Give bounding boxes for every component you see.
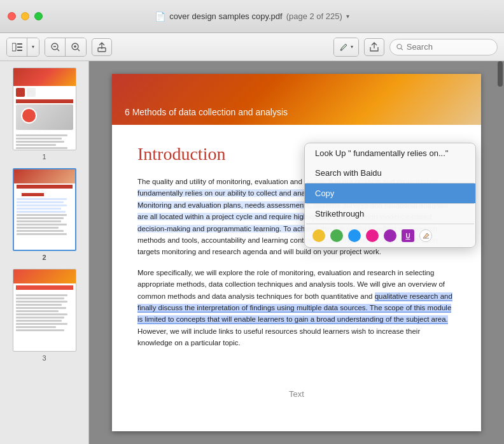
traffic-lights: [8, 12, 43, 20]
zoom-out-button[interactable]: [45, 38, 66, 56]
pen-tool-group: ▾: [333, 38, 359, 57]
thumbnail-page-2[interactable]: 2: [5, 168, 83, 261]
fullscreen-button[interactable]: [34, 12, 43, 20]
svg-line-14: [401, 48, 403, 50]
page-number-1: 1: [42, 153, 46, 161]
title-bar: 📄 cover design samples copy.pdf (page 2 …: [0, 0, 504, 33]
highlighted-text-1: qualitative research and finally discuss…: [137, 292, 452, 325]
share-button[interactable]: [364, 38, 384, 56]
menu-item-lookup[interactable]: Look Up " fundamentally relies on...": [305, 143, 475, 163]
search-input[interactable]: [407, 42, 491, 52]
file-icon: 📄: [155, 11, 165, 22]
svg-rect-2: [17, 47, 22, 48]
pdf-page-header: 6 Methods of data collection and analysi…: [112, 74, 481, 125]
search-icon: [396, 43, 403, 51]
pdf-header-text: 6 Methods of data collection and analysi…: [125, 107, 288, 117]
thumbnail-page-1[interactable]: 1: [5, 68, 83, 161]
main-area: 1: [0, 61, 504, 444]
swatch-green[interactable]: [330, 229, 343, 242]
window-title: 📄 cover design samples copy.pdf (page 2 …: [155, 11, 349, 22]
pdf-area[interactable]: 6 Methods of data collection and analysi…: [89, 61, 504, 444]
menu-item-search-baidu[interactable]: Search with Baidu: [305, 163, 475, 183]
close-button[interactable]: [8, 12, 16, 20]
menu-item-strikethrough[interactable]: Strikethrough: [305, 204, 475, 224]
color-swatches: U: [305, 224, 475, 247]
zoom-in-button[interactable]: [66, 38, 86, 56]
scrollbar-track[interactable]: [496, 61, 504, 444]
page-info-label: (page 2 of 225): [286, 11, 342, 21]
swatch-underline-purple[interactable]: U: [402, 229, 414, 242]
svg-rect-1: [17, 43, 22, 45]
search-box[interactable]: [389, 39, 498, 55]
swatch-blue[interactable]: [348, 229, 361, 242]
menu-item-copy[interactable]: Copy: [305, 183, 475, 203]
filename-label: cover design samples copy.pdf: [169, 11, 283, 21]
pdf-text-label: Text: [112, 376, 481, 418]
thumbnail-page-3[interactable]: 3: [5, 269, 83, 362]
sidebar: 1: [0, 61, 89, 444]
thumbnail-frame-2: [13, 168, 76, 251]
svg-rect-3: [17, 50, 22, 51]
share-export-button[interactable]: [92, 38, 112, 56]
pdf-page: 6 Methods of data collection and analysi…: [112, 74, 481, 431]
page-number-3: 3: [42, 354, 46, 362]
minimize-button[interactable]: [21, 12, 29, 20]
swatch-eraser[interactable]: [419, 229, 432, 242]
sidebar-toggle-button[interactable]: [7, 38, 27, 56]
context-menu: Look Up " fundamentally relies on..." Se…: [304, 143, 476, 248]
toolbar: ▾: [0, 33, 504, 61]
swatch-purple[interactable]: [384, 229, 396, 242]
sidebar-toggle-group: ▾: [6, 38, 39, 57]
zoom-group: [45, 38, 87, 57]
scrollbar-thumb[interactable]: [498, 61, 503, 87]
pdf-paragraph-2: More specifically, we will explore the r…: [137, 267, 456, 349]
pen-tool-button[interactable]: ▾: [334, 38, 358, 56]
page-number-2: 2: [42, 254, 46, 261]
thumbnail-frame-3: [13, 269, 76, 352]
svg-line-10: [78, 49, 80, 51]
svg-line-6: [57, 49, 59, 51]
thumbnail-frame-1: [13, 68, 76, 150]
svg-point-13: [397, 44, 402, 48]
sidebar-dropdown-button[interactable]: ▾: [27, 38, 39, 56]
title-dropdown-arrow[interactable]: ▾: [346, 13, 349, 20]
svg-rect-0: [12, 43, 16, 51]
swatch-pink[interactable]: [366, 229, 379, 242]
swatch-yellow[interactable]: [312, 229, 325, 242]
